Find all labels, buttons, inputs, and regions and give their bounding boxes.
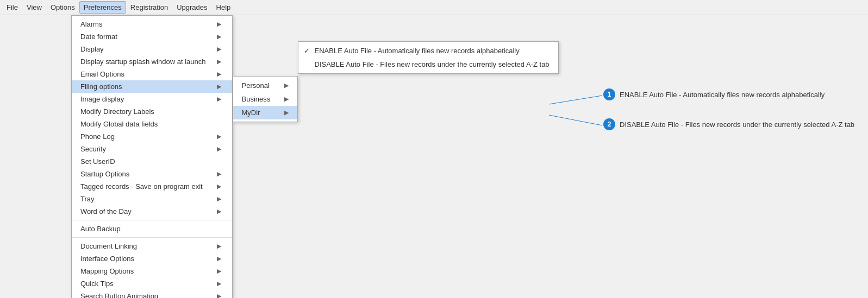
pref-item-label: Document Linking bbox=[80, 242, 137, 250]
menu-bar: FileViewOptionsPreferencesRegistrationUp… bbox=[0, 0, 868, 15]
mydir-item-label: DISABLE Auto File - Files new records un… bbox=[315, 60, 549, 68]
pref-item-label: Phone Log bbox=[80, 132, 115, 141]
submenu-arrow-icon: ▶ bbox=[217, 268, 221, 275]
submenu-arrow-icon: ▶ bbox=[217, 195, 221, 202]
pref-item-image-display[interactable]: Image display▶ bbox=[72, 93, 232, 105]
submenu-arrow-icon: ▶ bbox=[217, 21, 221, 28]
callout-badge-2: 2 bbox=[603, 118, 615, 130]
mydir-item-0[interactable]: ✓ENABLE Auto File - Automatically files … bbox=[298, 44, 558, 58]
mydir-submenu: ✓ENABLE Auto File - Automatically files … bbox=[298, 41, 559, 74]
submenu-arrow-icon: ▶ bbox=[217, 280, 221, 287]
pref-item-modify-global-data-fields[interactable]: Modify Global data fields bbox=[72, 118, 232, 130]
submenu-arrow-icon: ▶ bbox=[217, 293, 221, 298]
check-icon-0: ✓ bbox=[304, 47, 315, 55]
pref-item-security[interactable]: Security▶ bbox=[72, 143, 232, 155]
pref-item-label: Display startup splash window at launch bbox=[80, 58, 206, 66]
pref-item-startup-options[interactable]: Startup Options▶ bbox=[72, 168, 232, 180]
pref-item-filing-options[interactable]: Filing options▶ bbox=[72, 80, 232, 93]
pref-item-label: Interface Options bbox=[80, 255, 134, 263]
pref-item-label: Security bbox=[80, 145, 106, 153]
pref-item-display-startup-splash-window-at-launch[interactable]: Display startup splash window at launch▶ bbox=[72, 55, 232, 68]
submenu-arrow-icon: ▶ bbox=[217, 46, 221, 53]
filing-sub-item-mydir[interactable]: MyDir▶ bbox=[233, 106, 297, 119]
pref-item-label: Display bbox=[80, 45, 104, 53]
callout-2: 2 DISABLE Auto File - Files new records … bbox=[603, 118, 854, 130]
submenu-arrow-icon: ▶ bbox=[217, 255, 221, 262]
callout-1: 1 ENABLE Auto File - Automatically files… bbox=[603, 88, 825, 100]
submenu-arrow-icon: ▶ bbox=[273, 96, 289, 103]
pref-item-label: Tagged records - Save on program exit bbox=[80, 182, 203, 191]
pref-item-label: Alarms bbox=[80, 20, 102, 28]
separator-18 bbox=[72, 237, 232, 238]
mydir-item-1[interactable]: DISABLE Auto File - Files new records un… bbox=[298, 58, 558, 71]
pref-item-label: Set UserID bbox=[80, 157, 115, 166]
pref-item-label: Quick Tips bbox=[80, 280, 114, 288]
pref-item-label: Date format bbox=[80, 33, 117, 41]
pref-item-word-of-the-day[interactable]: Word of the Day▶ bbox=[72, 205, 232, 218]
pref-item-mapping-options[interactable]: Mapping Options▶ bbox=[72, 265, 232, 277]
pref-item-search-button-animation[interactable]: Search Button Animation▶ bbox=[72, 290, 232, 298]
pref-item-document-linking[interactable]: Document Linking▶ bbox=[72, 240, 232, 252]
pref-item-auto-backup[interactable]: Auto Backup bbox=[72, 223, 232, 235]
menu-item-help[interactable]: Help bbox=[212, 1, 235, 14]
pref-item-label: Modify Global data fields bbox=[80, 120, 158, 128]
callout-text-1: ENABLE Auto File - Automatically files n… bbox=[620, 91, 825, 99]
pref-item-tagged-records---save-on-program-exit[interactable]: Tagged records - Save on program exit▶ bbox=[72, 180, 232, 193]
pref-item-label: Startup Options bbox=[80, 170, 129, 178]
submenu-arrow-icon: ▶ bbox=[217, 96, 221, 103]
pref-item-label: Filing options bbox=[80, 83, 122, 91]
pref-item-label: Modify Directory Labels bbox=[80, 107, 154, 116]
submenu-arrow-icon: ▶ bbox=[217, 243, 221, 250]
filing-sub-item-personal[interactable]: Personal▶ bbox=[233, 79, 297, 92]
filing-sub-item-label: MyDir bbox=[242, 109, 260, 117]
pref-item-display[interactable]: Display▶ bbox=[72, 43, 232, 55]
pref-item-tray[interactable]: Tray▶ bbox=[72, 193, 232, 205]
submenu-arrow-icon: ▶ bbox=[217, 33, 221, 40]
pref-item-set-userid[interactable]: Set UserID bbox=[72, 155, 232, 168]
pref-item-label: Word of the Day bbox=[80, 207, 132, 215]
menu-item-preferences[interactable]: Preferences bbox=[79, 1, 126, 14]
menu-item-options[interactable]: Options bbox=[46, 1, 79, 14]
submenu-arrow-icon: ▶ bbox=[273, 109, 289, 116]
menu-item-view[interactable]: View bbox=[22, 1, 46, 14]
pref-item-email-options[interactable]: Email Options▶ bbox=[72, 68, 232, 80]
submenu-arrow-icon: ▶ bbox=[217, 208, 221, 215]
menu-item-upgrades[interactable]: Upgrades bbox=[172, 1, 211, 14]
filing-sub-item-label: Business bbox=[242, 95, 271, 103]
pref-item-label: Image display bbox=[80, 95, 124, 103]
submenu-arrow-icon: ▶ bbox=[217, 145, 221, 153]
dropdown-container: Alarms▶Date format▶Display▶Display start… bbox=[71, 15, 559, 298]
pref-item-label: Search Button Animation bbox=[80, 292, 158, 298]
filing-sub-item-business[interactable]: Business▶ bbox=[233, 92, 297, 106]
menu-item-file[interactable]: File bbox=[2, 1, 22, 14]
pref-item-interface-options[interactable]: Interface Options▶ bbox=[72, 252, 232, 265]
pref-item-label: Auto Backup bbox=[80, 225, 121, 233]
submenu-arrow-icon: ▶ bbox=[217, 183, 221, 190]
separator-16 bbox=[72, 220, 232, 220]
pref-item-quick-tips[interactable]: Quick Tips▶ bbox=[72, 277, 232, 290]
callout-badge-1: 1 bbox=[603, 88, 615, 100]
filing-submenu: Personal▶Business▶MyDir▶ bbox=[233, 76, 298, 122]
mydir-item-label: ENABLE Auto File - Automatically files n… bbox=[315, 47, 520, 55]
pref-item-label: Mapping Options bbox=[80, 267, 134, 275]
menu-item-registration[interactable]: Registration bbox=[126, 1, 172, 14]
submenu-arrow-icon: ▶ bbox=[273, 82, 289, 89]
pref-item-label: Tray bbox=[80, 195, 95, 203]
submenu-arrow-icon: ▶ bbox=[217, 71, 221, 78]
pref-item-date-format[interactable]: Date format▶ bbox=[72, 30, 232, 43]
submenu-arrow-icon: ▶ bbox=[217, 170, 221, 177]
preferences-dropdown: Alarms▶Date format▶Display▶Display start… bbox=[71, 15, 233, 298]
pref-item-alarms[interactable]: Alarms▶ bbox=[72, 18, 232, 30]
pref-item-phone-log[interactable]: Phone Log▶ bbox=[72, 130, 232, 143]
pref-item-modify-directory-labels[interactable]: Modify Directory Labels bbox=[72, 105, 232, 118]
filing-sub-item-label: Personal bbox=[242, 81, 270, 90]
callout-text-2: DISABLE Auto File - Files new records un… bbox=[620, 121, 854, 129]
pref-item-label: Email Options bbox=[80, 70, 124, 78]
submenu-arrow-icon: ▶ bbox=[217, 83, 221, 90]
submenu-arrow-icon: ▶ bbox=[217, 58, 221, 65]
submenu-arrow-icon: ▶ bbox=[217, 133, 221, 140]
